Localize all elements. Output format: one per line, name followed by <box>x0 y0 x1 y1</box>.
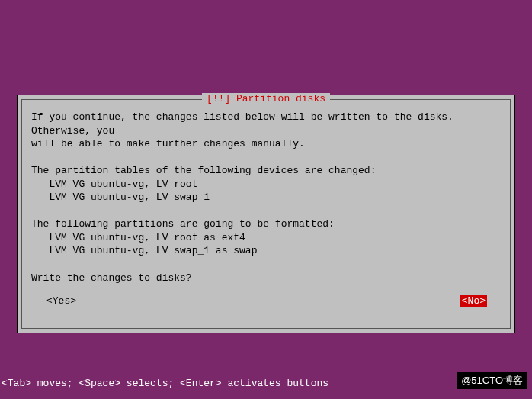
watermark: @51CTO博客 <box>457 372 527 389</box>
body-line: LVM VG ubuntu-vg, LV swap_1 as swap <box>31 245 257 256</box>
help-bar: <Tab> moves; <Space> selects; <Enter> ac… <box>0 378 328 389</box>
yes-button[interactable]: <Yes> <box>45 295 78 307</box>
body-line: LVM VG ubuntu-vg, LV swap_1 <box>31 191 210 203</box>
dialog-body: If you continue, the changes listed belo… <box>31 111 501 285</box>
body-line: LVM VG ubuntu-vg, LV root as ext4 <box>31 232 245 243</box>
body-line: The following partitions are going to be… <box>31 218 335 230</box>
body-line: Write the changes to disks? <box>31 272 192 284</box>
no-button[interactable]: <No> <box>460 295 487 307</box>
button-row: <Yes> <No> <box>31 295 501 307</box>
dialog-frame: [!!] Partition disks If you continue, th… <box>21 99 511 329</box>
dialog-title-wrap: [!!] Partition disks <box>22 93 510 105</box>
body-line: If you continue, the changes listed belo… <box>31 111 460 137</box>
dialog-title: [!!] Partition disks <box>202 93 330 105</box>
dialog-outer-frame: [!!] Partition disks If you continue, th… <box>17 95 515 333</box>
body-line: will be able to make further changes man… <box>31 138 305 150</box>
body-line: LVM VG ubuntu-vg, LV root <box>31 179 197 190</box>
body-line: The partition tables of the following de… <box>31 165 376 176</box>
